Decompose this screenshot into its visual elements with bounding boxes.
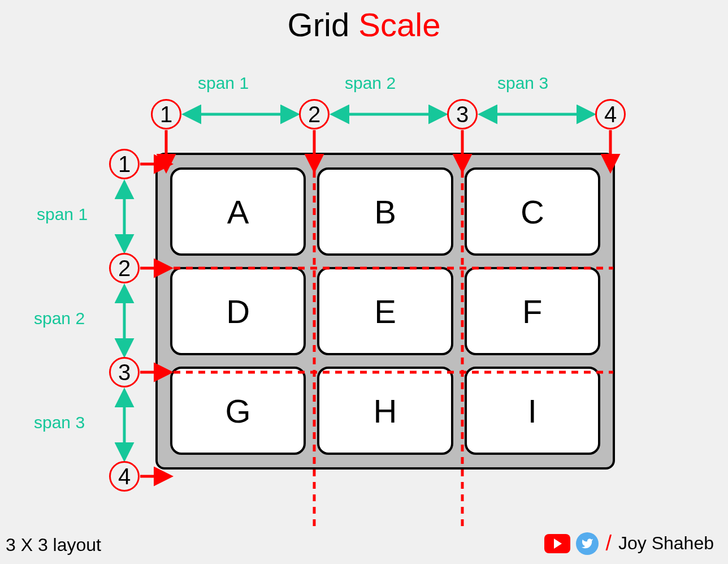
youtube-icon <box>544 534 570 553</box>
layout-note: 3 X 3 layout <box>6 535 101 556</box>
row-span-1-label: span 1 <box>37 205 88 224</box>
author-credit: / Joy Shaheb <box>544 531 714 556</box>
cell-a: A <box>170 167 306 256</box>
cell-d: D <box>170 267 306 355</box>
col-span-3-label: span 3 <box>497 74 548 93</box>
slash-divider: / <box>605 531 612 556</box>
row-scale-3: 3 <box>109 357 140 388</box>
cell-h: H <box>317 367 453 455</box>
grid-container: A B C D E F G H I <box>155 153 615 470</box>
col-scale-3: 3 <box>447 99 478 130</box>
col-span-2-label: span 2 <box>345 74 396 93</box>
grid-tracks: A B C D E F G H I <box>158 155 613 467</box>
title-part1: Grid <box>288 6 359 43</box>
twitter-icon <box>576 532 599 555</box>
cell-f: F <box>465 267 600 355</box>
cell-b: B <box>317 167 453 256</box>
cell-e: E <box>317 267 453 355</box>
cell-i: I <box>465 367 600 455</box>
page-title: Grid Scale <box>0 6 728 44</box>
col-scale-2: 2 <box>299 99 330 130</box>
row-span-3-label: span 3 <box>34 413 85 432</box>
title-part2: Scale <box>358 6 440 43</box>
row-scale-4: 4 <box>109 461 140 492</box>
author-name: Joy Shaheb <box>618 533 714 554</box>
col-span-1-label: span 1 <box>198 74 249 93</box>
row-span-2-label: span 2 <box>34 309 85 328</box>
row-scale-2: 2 <box>109 253 140 283</box>
cell-c: C <box>465 167 600 256</box>
col-scale-1: 1 <box>151 99 181 130</box>
col-scale-4: 4 <box>595 99 626 130</box>
row-scale-1: 1 <box>109 149 140 179</box>
cell-g: G <box>170 367 306 455</box>
